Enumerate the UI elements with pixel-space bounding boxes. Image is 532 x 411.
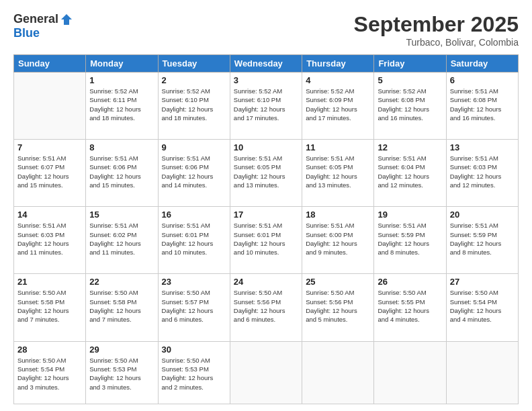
calendar-cell: 12Sunrise: 5:51 AM Sunset: 6:04 PM Dayli…: [374, 140, 446, 207]
day-number: 16: [162, 210, 226, 220]
page: General Blue September 2025 Turbaco, Bol…: [0, 0, 532, 411]
calendar-cell: 19Sunrise: 5:51 AM Sunset: 5:59 PM Dayli…: [374, 207, 446, 274]
week-row-3: 14Sunrise: 5:51 AM Sunset: 6:03 PM Dayli…: [14, 207, 519, 274]
day-info: Sunrise: 5:51 AM Sunset: 5:59 PM Dayligh…: [450, 221, 515, 257]
calendar-header-wednesday: Wednesday: [230, 55, 302, 73]
day-info: Sunrise: 5:51 AM Sunset: 6:03 PM Dayligh…: [450, 154, 515, 189]
day-number: 14: [17, 210, 82, 220]
day-info: Sunrise: 5:50 AM Sunset: 5:54 PM Dayligh…: [450, 288, 515, 324]
day-info: Sunrise: 5:50 AM Sunset: 5:55 PM Dayligh…: [378, 288, 442, 324]
day-number: 1: [89, 75, 154, 85]
calendar-cell: 13Sunrise: 5:51 AM Sunset: 6:03 PM Dayli…: [446, 140, 518, 207]
day-number: 11: [306, 142, 370, 152]
calendar-cell: 24Sunrise: 5:50 AM Sunset: 5:56 PM Dayli…: [230, 274, 302, 341]
day-number: 15: [89, 210, 154, 220]
day-number: 26: [378, 277, 442, 287]
week-row-4: 21Sunrise: 5:50 AM Sunset: 5:58 PM Dayli…: [14, 274, 519, 341]
calendar-cell: 20Sunrise: 5:51 AM Sunset: 5:59 PM Dayli…: [446, 207, 518, 274]
header: General Blue September 2025 Turbaco, Bol…: [13, 12, 519, 48]
week-row-5: 28Sunrise: 5:50 AM Sunset: 5:54 PM Dayli…: [14, 341, 519, 404]
calendar-cell: 2Sunrise: 5:52 AM Sunset: 6:10 PM Daylig…: [158, 73, 230, 140]
day-info: Sunrise: 5:50 AM Sunset: 5:54 PM Dayligh…: [17, 356, 82, 392]
calendar-cell: 9Sunrise: 5:51 AM Sunset: 6:06 PM Daylig…: [158, 140, 230, 207]
day-number: 20: [450, 210, 515, 220]
week-row-1: 1Sunrise: 5:52 AM Sunset: 6:11 PM Daylig…: [14, 73, 519, 140]
calendar-cell: 11Sunrise: 5:51 AM Sunset: 6:05 PM Dayli…: [302, 140, 374, 207]
calendar-cell: 3Sunrise: 5:52 AM Sunset: 6:10 PM Daylig…: [230, 73, 302, 140]
day-info: Sunrise: 5:52 AM Sunset: 6:08 PM Dayligh…: [378, 87, 442, 122]
calendar-cell: 4Sunrise: 5:52 AM Sunset: 6:09 PM Daylig…: [302, 73, 374, 140]
svg-marker-0: [61, 14, 72, 25]
calendar-header-monday: Monday: [86, 55, 158, 73]
day-number: 2: [162, 75, 226, 85]
logo-icon: [60, 13, 73, 26]
day-number: 6: [450, 75, 515, 85]
day-info: Sunrise: 5:52 AM Sunset: 6:09 PM Dayligh…: [306, 87, 370, 122]
calendar-header-thursday: Thursday: [302, 55, 374, 73]
day-number: 21: [17, 277, 82, 287]
calendar-cell: 27Sunrise: 5:50 AM Sunset: 5:54 PM Dayli…: [446, 274, 518, 341]
day-number: 13: [450, 142, 515, 152]
day-number: 23: [162, 277, 226, 287]
day-info: Sunrise: 5:51 AM Sunset: 6:06 PM Dayligh…: [89, 154, 154, 189]
calendar-cell: 23Sunrise: 5:50 AM Sunset: 5:57 PM Dayli…: [158, 274, 230, 341]
day-info: Sunrise: 5:52 AM Sunset: 6:10 PM Dayligh…: [162, 87, 226, 122]
logo: General Blue: [13, 12, 73, 40]
day-info: Sunrise: 5:51 AM Sunset: 6:00 PM Dayligh…: [306, 221, 370, 257]
logo-blue: Blue: [13, 26, 40, 40]
day-info: Sunrise: 5:51 AM Sunset: 6:05 PM Dayligh…: [234, 154, 298, 189]
day-info: Sunrise: 5:50 AM Sunset: 5:53 PM Dayligh…: [89, 356, 154, 392]
calendar-cell: 8Sunrise: 5:51 AM Sunset: 6:06 PM Daylig…: [86, 140, 158, 207]
day-number: 9: [162, 142, 226, 152]
day-info: Sunrise: 5:50 AM Sunset: 5:57 PM Dayligh…: [162, 288, 226, 324]
day-info: Sunrise: 5:51 AM Sunset: 6:08 PM Dayligh…: [450, 87, 515, 122]
day-number: 25: [306, 277, 370, 287]
calendar-cell: 6Sunrise: 5:51 AM Sunset: 6:08 PM Daylig…: [446, 73, 518, 140]
week-row-2: 7Sunrise: 5:51 AM Sunset: 6:07 PM Daylig…: [14, 140, 519, 207]
day-number: 7: [17, 142, 82, 152]
calendar-cell: 17Sunrise: 5:51 AM Sunset: 6:01 PM Dayli…: [230, 207, 302, 274]
day-number: 5: [378, 75, 442, 85]
day-number: 22: [89, 277, 154, 287]
calendar-cell: [14, 73, 86, 140]
day-info: Sunrise: 5:52 AM Sunset: 6:10 PM Dayligh…: [234, 87, 298, 122]
calendar-cell: 14Sunrise: 5:51 AM Sunset: 6:03 PM Dayli…: [14, 207, 86, 274]
calendar-header-sunday: Sunday: [14, 55, 86, 73]
day-info: Sunrise: 5:50 AM Sunset: 5:58 PM Dayligh…: [89, 288, 154, 324]
calendar-cell: 25Sunrise: 5:50 AM Sunset: 5:56 PM Dayli…: [302, 274, 374, 341]
calendar-cell: 7Sunrise: 5:51 AM Sunset: 6:07 PM Daylig…: [14, 140, 86, 207]
calendar-cell: 1Sunrise: 5:52 AM Sunset: 6:11 PM Daylig…: [86, 73, 158, 140]
day-number: 27: [450, 277, 515, 287]
day-info: Sunrise: 5:51 AM Sunset: 6:07 PM Dayligh…: [17, 154, 82, 189]
day-number: 10: [234, 142, 298, 152]
subtitle: Turbaco, Bolivar, Colombia: [354, 37, 519, 48]
day-info: Sunrise: 5:51 AM Sunset: 6:01 PM Dayligh…: [162, 221, 226, 257]
day-number: 8: [89, 142, 154, 152]
day-info: Sunrise: 5:50 AM Sunset: 5:53 PM Dayligh…: [162, 356, 226, 392]
day-number: 12: [378, 142, 442, 152]
calendar-table: SundayMondayTuesdayWednesdayThursdayFrid…: [13, 54, 519, 404]
day-info: Sunrise: 5:51 AM Sunset: 6:06 PM Dayligh…: [162, 154, 226, 189]
calendar-cell: [446, 341, 518, 404]
calendar-cell: 29Sunrise: 5:50 AM Sunset: 5:53 PM Dayli…: [86, 341, 158, 404]
calendar-cell: 15Sunrise: 5:51 AM Sunset: 6:02 PM Dayli…: [86, 207, 158, 274]
calendar-cell: 28Sunrise: 5:50 AM Sunset: 5:54 PM Dayli…: [14, 341, 86, 404]
calendar-header-friday: Friday: [374, 55, 446, 73]
calendar-cell: 30Sunrise: 5:50 AM Sunset: 5:53 PM Dayli…: [158, 341, 230, 404]
calendar-cell: 22Sunrise: 5:50 AM Sunset: 5:58 PM Dayli…: [86, 274, 158, 341]
day-info: Sunrise: 5:51 AM Sunset: 6:05 PM Dayligh…: [306, 154, 370, 189]
calendar-cell: [374, 341, 446, 404]
day-info: Sunrise: 5:50 AM Sunset: 5:58 PM Dayligh…: [17, 288, 82, 324]
day-number: 18: [306, 210, 370, 220]
calendar-cell: 5Sunrise: 5:52 AM Sunset: 6:08 PM Daylig…: [374, 73, 446, 140]
day-info: Sunrise: 5:50 AM Sunset: 5:56 PM Dayligh…: [234, 288, 298, 324]
day-number: 29: [89, 345, 154, 355]
calendar-header-tuesday: Tuesday: [158, 55, 230, 73]
day-number: 4: [306, 75, 370, 85]
calendar-header-row: SundayMondayTuesdayWednesdayThursdayFrid…: [14, 55, 519, 73]
calendar-cell: 21Sunrise: 5:50 AM Sunset: 5:58 PM Dayli…: [14, 274, 86, 341]
day-number: 3: [234, 75, 298, 85]
day-info: Sunrise: 5:51 AM Sunset: 5:59 PM Dayligh…: [378, 221, 442, 257]
logo-text: General: [13, 12, 73, 26]
day-number: 28: [17, 345, 82, 355]
